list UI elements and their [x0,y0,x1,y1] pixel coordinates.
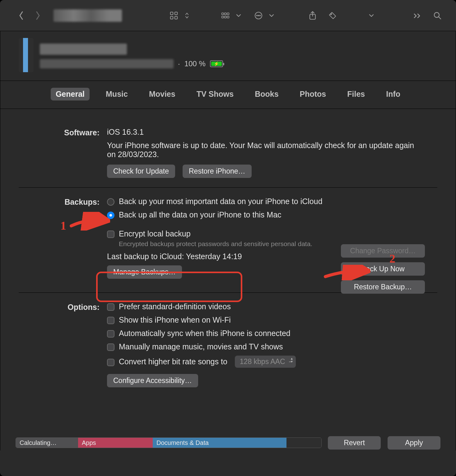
option-sd-videos: Prefer standard-definition videos [119,302,231,311]
svg-rect-0 [170,12,173,14]
restore-backup-button[interactable]: Restore Backup… [341,280,425,294]
section-software: Software: iOS 16.3.1 Your iPhone softwar… [19,118,437,187]
chevron-down-icon[interactable] [367,10,376,21]
svg-rect-2 [170,16,173,19]
svg-rect-5 [225,13,226,15]
more-icon[interactable] [254,10,263,21]
storage-apps: Apps [78,438,153,448]
checkbox-wifi[interactable] [107,317,114,324]
overflow-icon[interactable] [413,10,422,21]
restore-iphone-button[interactable]: Restore iPhone… [183,165,252,178]
svg-point-15 [331,13,332,15]
bottom-spacer [0,450,456,476]
svg-rect-3 [175,16,177,19]
device-thumbnail [19,38,34,72]
software-version: iOS 16.3.1 [107,128,144,137]
checkbox-manual[interactable] [107,343,114,351]
nav-forward-icon[interactable] [34,10,42,21]
svg-point-12 [258,15,259,16]
bitrate-select[interactable]: 128 kbps AAC ▴▾ [235,356,296,368]
tab-info[interactable]: Info [381,88,405,100]
svg-point-11 [257,15,257,16]
content: Software: iOS 16.3.1 Your iPhone softwar… [0,109,456,450]
encrypt-label: Encrypt local backup [119,229,191,238]
section-backups: Backups: Back up your most important dat… [19,187,437,292]
radio-backup-icloud[interactable] [107,198,114,206]
svg-rect-6 [227,13,229,15]
tab-tvshows[interactable]: TV Shows [192,88,239,100]
tab-books[interactable]: Books [250,88,283,100]
share-icon[interactable] [308,10,317,21]
encrypt-hint: Encrypted backups protect passwords and … [119,240,312,248]
storage-free [286,438,321,448]
option-autosync: Automatically sync when this iPhone is c… [119,329,291,338]
backups-label: Backups: [19,197,100,283]
option-manual: Manually manage music, movies and TV sho… [119,342,283,351]
svg-point-13 [260,15,260,16]
svg-rect-7 [222,16,224,18]
software-label: Software: [19,128,100,178]
options-label: Options: [19,302,100,392]
finder-device-window: · 100 % ⚡ General Music Movies TV Shows … [0,0,456,476]
last-backup: Last backup to iCloud: Yesterday 14:19 [107,252,242,261]
backup-icloud-label: Back up your most important data on your… [119,197,323,206]
bitrate-value: 128 kbps AAC [240,357,285,366]
storage-bar: Calculating… Apps Documents & Data [16,437,322,448]
battery-percent: 100 % [184,59,206,68]
svg-rect-8 [225,16,226,18]
svg-rect-4 [222,13,224,15]
toolbar [0,0,456,31]
search-icon[interactable] [433,10,442,21]
nav-back-icon[interactable] [17,10,26,21]
storage-calculating: Calculating… [16,438,78,448]
chevron-down-icon[interactable] [267,10,276,21]
configure-accessibility-button[interactable]: Configure Accessibility… [107,374,198,387]
option-wifi: Show this iPhone when on Wi-Fi [119,315,231,324]
checkbox-sd-videos[interactable] [107,303,114,311]
tab-photos[interactable]: Photos [295,88,331,100]
tab-music[interactable]: Music [101,88,133,100]
apply-button[interactable]: Apply [388,436,440,450]
tab-bar: General Music Movies TV Shows Books Phot… [0,81,456,109]
battery-separator: · [178,59,180,68]
tag-icon[interactable] [328,10,337,21]
checkbox-convert[interactable] [107,359,114,366]
section-options: Options: Prefer standard-definition vide… [19,292,437,401]
option-convert: Convert higher bit rate songs to [119,357,227,366]
manage-backups-button[interactable]: Manage Backups… [107,265,182,279]
chevron-down-icon[interactable] [234,10,243,21]
storage-docs: Documents & Data [153,438,286,448]
device-header: · 100 % ⚡ [0,31,456,81]
backup-local-label: Back up all the data on your iPhone to t… [119,210,282,219]
radio-backup-local[interactable] [107,212,114,219]
view-updown-icon[interactable] [183,10,191,21]
group-icon[interactable] [221,10,230,21]
device-model-redacted [40,59,174,68]
tab-movies[interactable]: Movies [144,88,180,100]
device-name-redacted [40,44,127,55]
check-update-button[interactable]: Check for Update [107,165,175,178]
checkbox-encrypt-backup[interactable] [107,231,114,238]
change-password-button[interactable]: Change Password… [341,244,425,258]
footer: Calculating… Apps Documents & Data Rever… [0,435,456,450]
checkbox-autosync[interactable] [107,330,114,338]
tab-general[interactable]: General [51,88,90,100]
battery-icon: ⚡ [210,60,223,67]
revert-button[interactable]: Revert [328,436,381,450]
svg-rect-9 [227,16,229,18]
toolbar-title-redacted [54,9,122,22]
view-grid-icon[interactable] [170,10,178,21]
tab-files[interactable]: Files [342,88,370,100]
software-status: Your iPhone software is up to date. Your… [107,141,418,159]
svg-rect-1 [175,12,177,14]
backup-now-button[interactable]: Back Up Now [341,262,425,276]
